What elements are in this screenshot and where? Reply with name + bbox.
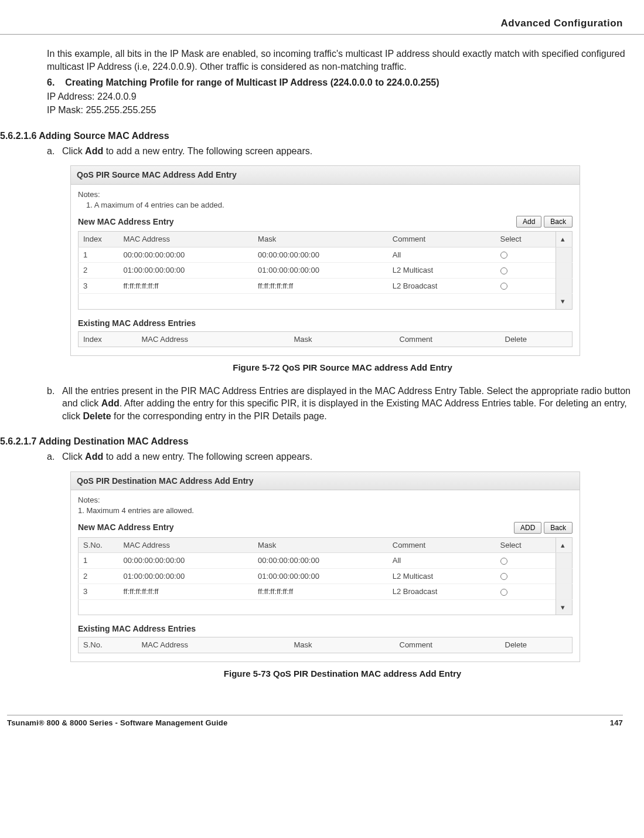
col-select: Select [496, 232, 556, 247]
figure-5-72: QoS PIR Source MAC Address Add Entry Not… [70, 165, 580, 356]
select-radio[interactable] [500, 252, 507, 259]
sec1-sub-a-text: Click Add to add a new entry. The follow… [62, 145, 638, 158]
page-header-title: Advanced Configuration [501, 18, 623, 29]
new-mac-table: Index MAC Address Mask Comment Select ▴ … [78, 231, 573, 310]
table-row: 2 01:00:00:00:00:00 01:00:00:00:00:00 L2… [79, 568, 573, 584]
figure-5-72-titlebar: QoS PIR Source MAC Address Add Entry [71, 166, 580, 185]
sec1-sub-a-letter: a. [47, 145, 62, 158]
select-radio[interactable] [500, 267, 507, 274]
select-radio[interactable] [500, 589, 507, 596]
select-radio[interactable] [500, 558, 507, 565]
figure-5-73-titlebar: QoS PIR Destination MAC Address Add Entr… [71, 472, 580, 491]
sec1-sub-b-letter: b. [47, 385, 62, 423]
notes-label: Notes: [78, 495, 573, 505]
page-footer: Tsunami® 800 & 8000 Series - Software Ma… [0, 715, 644, 745]
existing-mac-title: Existing MAC Address Entries [78, 318, 573, 329]
step-6-title: Creating Matching Profile for range of M… [65, 77, 439, 87]
table-row: 2 01:00:00:00:00:00 01:00:00:00:00:00 L2… [79, 263, 573, 279]
new-mac-entry-title: New MAC Address Entry [78, 216, 174, 228]
step-6-ip-address: IP Address: 224.0.0.9 [47, 90, 638, 103]
footer-guide-title: Tsunami® 800 & 8000 Series - Software Ma… [7, 718, 227, 727]
footer-page-number: 147 [610, 718, 623, 727]
figure-5-72-caption: Figure 5-72 QoS PIR Source MAC address A… [47, 362, 638, 374]
sec2-sub-a-letter: a. [47, 450, 62, 463]
notes-item-1: 1. A maximum of 4 entries can be added. [86, 200, 573, 211]
existing-mac-title: Existing MAC Address Entries [78, 623, 573, 635]
notes-label: Notes: [78, 189, 573, 200]
sec2-sub-a-text: Click Add to add a new entry. The follow… [62, 450, 638, 463]
table-row: 3 ff:ff:ff:ff:ff:ff ff:ff:ff:ff:ff:ff L2… [79, 584, 573, 600]
col-mask: Mask [253, 232, 388, 247]
sec1-sub-b-text: All the entries present in the PIR MAC A… [62, 385, 638, 423]
existing-mac-table: Index MAC Address Mask Comment Delete [78, 331, 573, 348]
table-row: 1 00:00:00:00:00:00 00:00:00:00:00:00 Al… [79, 553, 573, 569]
col-sno: S.No. [79, 537, 119, 553]
scroll-up-icon[interactable]: ▴ [556, 537, 573, 553]
add-button[interactable]: ADD [514, 522, 541, 534]
col-mask: Mask [253, 537, 388, 553]
step-6-ip-mask: IP Mask: 255.255.255.255 [47, 104, 638, 117]
col-comment: Comment [388, 232, 496, 247]
new-mac-entry-title: New MAC Address Entry [78, 522, 174, 533]
back-button[interactable]: Back [544, 216, 573, 228]
col-index: Index [79, 232, 119, 247]
scroll-up-icon[interactable]: ▴ [556, 232, 573, 247]
select-radio[interactable] [500, 283, 507, 290]
col-mac: MAC Address [118, 232, 253, 247]
section-5-6-2-1-6-heading: 5.6.2.1.6 Adding Source MAC Address [0, 130, 638, 143]
new-mac-table: S.No. MAC Address Mask Comment Select ▴ … [78, 537, 573, 616]
table-row: ▾ [79, 599, 573, 615]
step-6-number: 6. [47, 77, 54, 87]
figure-5-73-caption: Figure 5-73 QoS PIR Destination MAC addr… [47, 668, 638, 680]
notes-item-1: 1. Maximum 4 entries are allowed. [78, 505, 573, 516]
col-select: Select [496, 537, 556, 553]
col-comment: Comment [388, 537, 496, 553]
intro-paragraph: In this example, all bits in the IP Mask… [47, 48, 638, 73]
section-5-6-2-1-7-heading: 5.6.2.1.7 Adding Destination MAC Address [0, 435, 638, 448]
scroll-down-icon[interactable]: ▾ [556, 294, 573, 310]
scroll-down-icon[interactable]: ▾ [556, 599, 573, 615]
back-button[interactable]: Back [544, 522, 573, 534]
table-row: 3 ff:ff:ff:ff:ff:ff ff:ff:ff:ff:ff:ff L2… [79, 278, 573, 294]
page-header: Advanced Configuration [0, 6, 644, 35]
col-mac: MAC Address [118, 537, 253, 553]
table-row: ▾ [79, 294, 573, 310]
table-row: 1 00:00:00:00:00:00 00:00:00:00:00:00 Al… [79, 247, 573, 263]
existing-mac-table: S.No. MAC Address Mask Comment Delete [78, 637, 573, 653]
add-button[interactable]: Add [516, 216, 541, 228]
figure-5-73: QoS PIR Destination MAC Address Add Entr… [70, 471, 580, 662]
select-radio[interactable] [500, 573, 507, 580]
